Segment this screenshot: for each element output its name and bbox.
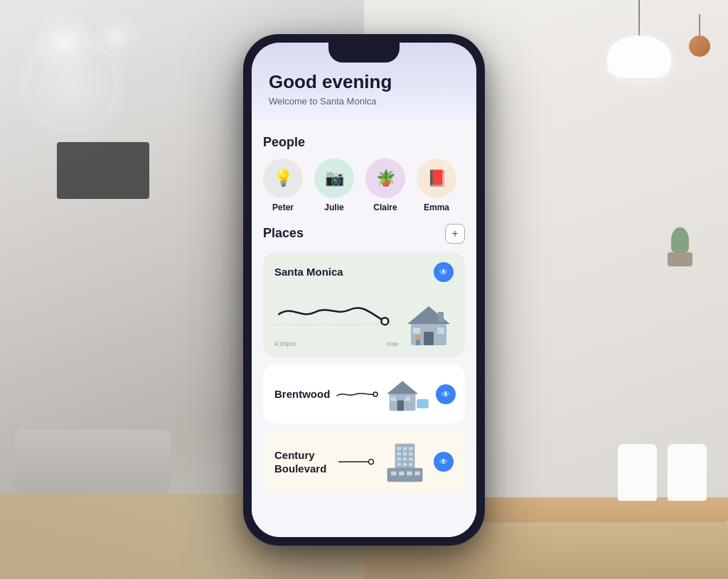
julie-name: Julie: [324, 202, 343, 212]
people-section-title: People: [263, 135, 465, 150]
svg-rect-27: [403, 458, 407, 461]
places-section-title: Places: [263, 226, 304, 241]
person-julie[interactable]: 📷 Julie: [314, 158, 354, 212]
office-svg: [382, 440, 428, 483]
brentwood-eye-icon: 👁: [441, 389, 450, 399]
chart-area: 4:00pm now: [274, 288, 398, 347]
svg-rect-30: [403, 462, 407, 466]
century-eye-button[interactable]: 👁: [434, 452, 454, 472]
brentwood-building: [384, 374, 430, 413]
add-icon: +: [451, 227, 458, 240]
century-name: Century Boulevard: [274, 448, 331, 476]
peter-avatar: 💡: [263, 158, 303, 198]
places-header: Places +: [263, 224, 465, 244]
house-svg: [404, 298, 454, 347]
brentwood-name: Brentwood: [274, 388, 330, 400]
svg-rect-25: [409, 453, 413, 456]
phone-wrapper: Good evening Welcome to Santa Monica Peo…: [243, 34, 485, 546]
emma-name: Emma: [424, 202, 449, 212]
santa-monica-building: [404, 298, 454, 347]
svg-rect-33: [391, 471, 396, 475]
julie-avatar: 📷: [314, 158, 354, 198]
chart-labels: 4:00pm now: [274, 340, 398, 347]
svg-point-1: [381, 318, 388, 325]
svg-marker-12: [387, 381, 418, 394]
santa-monica-name: Santa Monica: [274, 266, 343, 278]
phone-screen: Good evening Welcome to Santa Monica Peo…: [252, 43, 476, 537]
eye-icon: 👁: [439, 267, 448, 277]
century-row: Century Boulevard: [274, 440, 454, 483]
svg-rect-31: [409, 462, 413, 466]
santa-monica-chart-row: 4:00pm now: [274, 288, 454, 347]
svg-rect-16: [417, 399, 429, 408]
svg-rect-21: [403, 447, 407, 450]
phone-notch: [328, 43, 400, 63]
person-peter[interactable]: 💡 Peter: [263, 158, 303, 212]
place-card-century-boulevard[interactable]: Century Boulevard: [263, 431, 465, 493]
santa-monica-eye-button[interactable]: 👁: [434, 262, 454, 282]
century-building: [382, 440, 428, 483]
svg-rect-7: [438, 312, 444, 322]
svg-rect-6: [437, 328, 444, 334]
svg-rect-36: [414, 471, 419, 475]
places-section: Places + Santa Monica 👁: [263, 224, 465, 500]
svg-rect-24: [403, 453, 407, 456]
svg-rect-26: [397, 458, 401, 461]
svg-rect-5: [413, 328, 420, 334]
svg-rect-35: [407, 471, 412, 475]
peter-name: Peter: [272, 202, 294, 212]
brentwood-row: Brentwood: [274, 374, 454, 413]
svg-rect-22: [409, 447, 413, 450]
chart-label-end: now: [386, 340, 398, 347]
svg-rect-15: [405, 396, 410, 401]
screen-content[interactable]: People 💡 Peter 📷 Julie: [252, 121, 476, 537]
claire-name: Claire: [373, 202, 397, 212]
century-eye-icon: 👁: [439, 457, 448, 467]
brentwood-chart: [336, 387, 378, 401]
add-place-button[interactable]: +: [445, 224, 465, 244]
greeting-subtitle: Welcome to Santa Monica: [269, 96, 459, 107]
emma-avatar: 📕: [417, 158, 456, 198]
phone-frame: Good evening Welcome to Santa Monica Peo…: [243, 34, 485, 546]
person-emma[interactable]: 📕 Emma: [417, 158, 456, 212]
place-card-brentwood[interactable]: Brentwood: [263, 364, 465, 423]
svg-rect-9: [416, 340, 420, 345]
greeting-title: Good evening: [269, 71, 459, 93]
claire-avatar: 🪴: [365, 158, 405, 198]
brentwood-eye-button[interactable]: 👁: [436, 384, 456, 404]
people-section: People 💡 Peter 📷 Julie: [263, 135, 465, 212]
brentwood-info: Brentwood: [274, 387, 378, 401]
people-row: 💡 Peter 📷 Julie 🪴: [263, 158, 465, 212]
svg-rect-29: [397, 462, 401, 466]
place-card-santa-monica[interactable]: Santa Monica 👁: [263, 252, 465, 357]
svg-rect-4: [424, 332, 434, 345]
person-claire[interactable]: 🪴 Claire: [365, 158, 405, 212]
century-chart: [337, 456, 376, 467]
brentwood-svg: [384, 374, 430, 413]
svg-point-10: [373, 392, 378, 396]
svg-rect-13: [397, 401, 404, 411]
santa-monica-header: Santa Monica 👁: [274, 262, 454, 282]
svg-rect-34: [399, 471, 404, 475]
svg-point-18: [369, 460, 374, 465]
century-info: Century Boulevard: [274, 448, 376, 476]
chart-label-start: 4:00pm: [274, 340, 296, 347]
svg-rect-14: [391, 396, 396, 401]
svg-rect-20: [397, 447, 401, 450]
svg-point-8: [415, 334, 421, 340]
chart-svg: [274, 288, 398, 336]
svg-rect-23: [397, 453, 401, 456]
svg-rect-28: [409, 458, 413, 461]
